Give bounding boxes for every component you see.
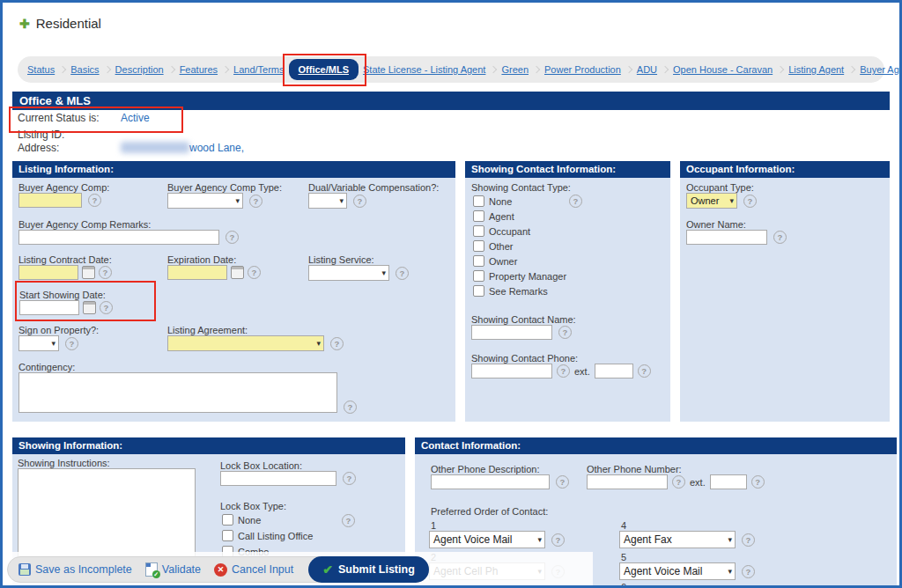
calendar-icon[interactable] bbox=[231, 266, 244, 279]
checkbox[interactable] bbox=[473, 225, 484, 237]
owner-name-input[interactable] bbox=[686, 230, 767, 245]
showing-contact-phone-input[interactable] bbox=[471, 364, 552, 379]
preferred-order-label: Preferred Order of Contact: bbox=[431, 506, 548, 517]
owner-name-label: Owner Name: bbox=[686, 219, 746, 230]
tab-state-license-listing-agent[interactable]: State License - Listing Agent bbox=[359, 64, 490, 75]
other-phone-description-input[interactable] bbox=[431, 474, 550, 489]
help-icon[interactable]: ? bbox=[742, 565, 755, 578]
tab-basics[interactable]: Basics bbox=[66, 64, 103, 75]
help-icon[interactable]: ? bbox=[88, 194, 101, 207]
tab-adu[interactable]: ADU bbox=[632, 64, 662, 75]
tab-status[interactable]: Status bbox=[23, 64, 59, 75]
start-showing-date-input[interactable] bbox=[19, 300, 79, 315]
checkbox-row-property-manager[interactable]: Property Manager bbox=[473, 270, 566, 282]
validate-button[interactable]: ✓ Validate bbox=[145, 562, 201, 577]
help-icon[interactable]: ? bbox=[100, 301, 113, 314]
help-icon[interactable]: ? bbox=[751, 475, 765, 489]
checkbox[interactable] bbox=[473, 255, 484, 267]
calendar-icon[interactable] bbox=[83, 301, 96, 314]
checkbox-row-occupant[interactable]: Occupant bbox=[473, 225, 530, 237]
checkbox[interactable] bbox=[473, 285, 484, 297]
checkbox[interactable] bbox=[222, 530, 233, 541]
tab-separator bbox=[777, 66, 784, 73]
buyer-agency-comp-input[interactable] bbox=[18, 193, 82, 208]
help-icon[interactable]: ? bbox=[330, 337, 344, 350]
help-icon[interactable]: ? bbox=[99, 266, 112, 279]
checkbox[interactable] bbox=[473, 195, 484, 207]
start-showing-date-label: Start Showing Date: bbox=[19, 290, 106, 300]
help-icon[interactable]: ? bbox=[353, 195, 366, 208]
listing-information-panel: Listing Information: Buyer Agency Comp: … bbox=[12, 161, 455, 422]
lock-box-location-input[interactable] bbox=[220, 471, 336, 486]
buyer-agency-comp-remarks-input[interactable] bbox=[18, 230, 219, 245]
help-icon[interactable]: ? bbox=[551, 533, 565, 547]
chevron-down-icon: ▾ bbox=[235, 196, 240, 205]
tab-open-house-caravan[interactable]: Open House - Caravan bbox=[669, 64, 777, 75]
tab-listing-agent[interactable]: Listing Agent bbox=[784, 64, 848, 75]
help-icon[interactable]: ? bbox=[743, 195, 757, 208]
tab-power-production[interactable]: Power Production bbox=[540, 64, 625, 75]
expiration-date-input[interactable] bbox=[167, 265, 227, 280]
preferred-slot-5-select[interactable]: Agent Voice Mail ▾ bbox=[619, 562, 736, 580]
help-icon[interactable]: ? bbox=[248, 266, 261, 279]
checkbox-row-see-remarks[interactable]: See Remarks bbox=[473, 285, 548, 297]
tab-buyer-agent[interactable]: Buyer Agent bbox=[855, 64, 902, 75]
showing-contact-name-input[interactable] bbox=[471, 325, 552, 340]
checkbox-row-other[interactable]: Other bbox=[473, 240, 514, 252]
help-icon[interactable]: ? bbox=[342, 514, 355, 527]
address-redacted-blur bbox=[121, 142, 189, 153]
help-icon[interactable]: ? bbox=[672, 475, 685, 489]
showing-contact-panel: Showing Contact Information: Showing Con… bbox=[465, 161, 670, 422]
contingency-textarea[interactable] bbox=[18, 372, 337, 413]
help-icon[interactable]: ? bbox=[742, 533, 755, 547]
help-icon[interactable]: ? bbox=[773, 231, 787, 244]
submit-listing-button[interactable]: ✔ Submit Listing bbox=[308, 556, 429, 583]
listing-agreement-select[interactable]: ▾ bbox=[167, 335, 324, 351]
listing-service-select[interactable]: ▾ bbox=[308, 265, 389, 281]
tab-description[interactable]: Description bbox=[111, 64, 168, 75]
checkbox-row-none[interactable]: None bbox=[473, 195, 512, 207]
help-icon[interactable]: ? bbox=[558, 326, 572, 339]
preferred-slot-4-select[interactable]: Agent Fax ▾ bbox=[619, 531, 736, 548]
help-icon[interactable]: ? bbox=[343, 472, 356, 485]
checkbox-row-agent[interactable]: Agent bbox=[473, 210, 514, 222]
help-icon[interactable]: ? bbox=[556, 475, 569, 489]
occupant-header: Occupant Information: bbox=[680, 161, 890, 178]
checkbox-row-owner[interactable]: Owner bbox=[473, 255, 517, 267]
other-phone-number-input[interactable] bbox=[587, 474, 668, 489]
checkbox[interactable] bbox=[473, 270, 484, 282]
help-icon[interactable]: ? bbox=[396, 267, 409, 280]
help-icon[interactable]: ? bbox=[569, 195, 582, 208]
help-icon[interactable]: ? bbox=[249, 195, 262, 208]
help-icon[interactable]: ? bbox=[344, 401, 357, 414]
help-icon[interactable]: ? bbox=[638, 364, 651, 378]
tab-office-mls[interactable]: Office/MLS bbox=[289, 59, 359, 80]
chevron-down-icon: ▾ bbox=[339, 196, 344, 205]
showing-contact-phone-ext-input[interactable] bbox=[595, 364, 633, 379]
save-as-incomplete-label: Save as Incomplete bbox=[35, 563, 132, 576]
checkbox[interactable] bbox=[222, 514, 233, 526]
listing-contract-date-input[interactable] bbox=[18, 265, 78, 280]
tab-green[interactable]: Green bbox=[497, 64, 533, 75]
other-phone-ext-input[interactable] bbox=[710, 474, 747, 489]
checkbox[interactable] bbox=[473, 240, 484, 252]
showing-instructions-label: Showing Instructions: bbox=[18, 458, 110, 468]
cancel-input-button[interactable]: ✕ Cancel Input bbox=[214, 563, 293, 577]
occupant-type-select[interactable]: Owner ▾ bbox=[686, 193, 737, 209]
help-icon[interactable]: ? bbox=[65, 337, 78, 350]
checkbox-row-lockbox-none[interactable]: None bbox=[222, 514, 261, 526]
sign-on-property-select[interactable]: ▾ bbox=[18, 335, 59, 351]
tab-land-terms[interactable]: Land/Terms bbox=[229, 64, 288, 75]
checkbox[interactable] bbox=[473, 210, 484, 222]
calendar-icon[interactable] bbox=[82, 266, 95, 279]
buyer-agency-comp-type-select[interactable]: ▾ bbox=[167, 193, 243, 209]
current-status-value: Active bbox=[121, 112, 150, 124]
buyer-agency-comp-type-label: Buyer Agency Comp Type: bbox=[167, 182, 282, 193]
dual-variable-compensation-select[interactable]: ▾ bbox=[308, 193, 347, 209]
preferred-slot-1-select[interactable]: Agent Voice Mail ▾ bbox=[429, 531, 545, 548]
help-icon[interactable]: ? bbox=[226, 231, 239, 244]
checkbox-row-call-listing-office[interactable]: Call Listing Office bbox=[222, 530, 313, 541]
help-icon[interactable]: ? bbox=[557, 364, 570, 378]
tab-features[interactable]: Features bbox=[175, 64, 222, 75]
save-as-incomplete-button[interactable]: Save as Incomplete bbox=[18, 563, 132, 576]
